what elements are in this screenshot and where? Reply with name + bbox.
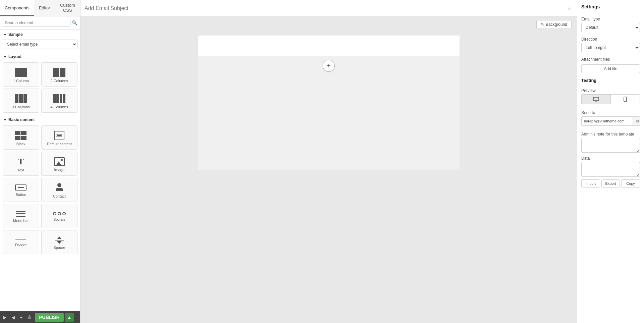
layout-3col[interactable]: 3 Columns <box>3 89 39 113</box>
sample-label: Sample <box>8 32 23 37</box>
email-type-dropdown[interactable]: Default <box>581 23 640 32</box>
email-type-container: Select email type <box>3 40 77 49</box>
publish-button[interactable]: PUBLISH <box>35 313 63 322</box>
send-email-button[interactable]: ✉ <box>633 117 640 125</box>
1col-icon <box>15 68 27 77</box>
background-label: Background <box>546 22 567 27</box>
menu-bar-icon <box>16 211 25 217</box>
canvas-body: + <box>80 32 577 323</box>
preview-label: Preview <box>581 88 640 93</box>
sample-section-header[interactable]: ▼ Sample <box>0 30 80 38</box>
2col-icon <box>53 68 65 77</box>
component-divider[interactable]: Divider <box>3 230 39 254</box>
preview-mobile-button[interactable] <box>610 95 640 104</box>
direction-dropdown[interactable]: Left to right <box>581 43 640 52</box>
1col-label: 1 Column <box>13 79 29 83</box>
default-content-label: Default content <box>47 142 72 146</box>
spacer-icon <box>55 236 64 244</box>
canvas-area: ≡ ✎ Background + <box>80 0 577 323</box>
testing-title: Testing <box>581 78 640 83</box>
preview-desktop-button[interactable] <box>582 95 610 104</box>
contact-icon <box>55 183 64 193</box>
delete-button[interactable]: 🗑 <box>25 314 34 321</box>
mobile-icon <box>624 97 627 102</box>
tab-components[interactable]: Components <box>0 0 34 16</box>
component-block[interactable]: Block <box>3 125 39 150</box>
preview-buttons <box>581 94 640 104</box>
menu-bar-label: Menu bar <box>13 219 29 223</box>
email-row-1 <box>198 36 460 56</box>
add-button[interactable]: + <box>18 314 24 321</box>
layout-1col[interactable]: 1 Column <box>3 62 39 87</box>
svg-point-3 <box>625 101 626 101</box>
send-to-input[interactable] <box>582 117 633 125</box>
subject-input[interactable] <box>85 5 565 11</box>
basic-content-label: Basic content <box>8 117 35 122</box>
data-textarea[interactable] <box>581 162 640 177</box>
bottom-toolbar: ▶ ◀ + 🗑 PUBLISH ▲ <box>0 311 80 323</box>
publish-dropdown-button[interactable]: ▲ <box>65 313 74 322</box>
layout-2col[interactable]: 2 Columns <box>41 62 78 87</box>
email-type-label: Email type <box>581 17 640 21</box>
tabs-header: Components Editor Custom CSS <box>0 0 80 16</box>
search-input[interactable] <box>3 19 70 27</box>
send-to-row: ✉ <box>581 116 640 126</box>
import-button[interactable]: Import <box>581 179 600 187</box>
block-label: Block <box>16 142 25 146</box>
block-icon <box>15 131 26 140</box>
component-text[interactable]: T Text <box>3 152 39 176</box>
component-button[interactable]: Button <box>3 178 39 202</box>
background-button[interactable]: ✎ Background <box>536 20 572 29</box>
layout-4col[interactable]: 4 Columns <box>41 89 78 113</box>
socials-label: Socials <box>53 217 65 221</box>
3col-icon <box>15 94 27 103</box>
button-icon <box>15 184 26 191</box>
search-button[interactable]: 🔍 <box>72 20 77 25</box>
button-label: Button <box>15 193 26 197</box>
direction-label: Direction <box>581 37 640 42</box>
attachment-label: Attachment files <box>581 57 640 62</box>
sample-arrow-icon: ▼ <box>3 33 7 37</box>
component-socials[interactable]: Socials <box>41 204 78 228</box>
background-icon: ✎ <box>541 22 544 27</box>
image-label: Image <box>54 168 64 172</box>
data-label: Data <box>581 156 640 161</box>
settings-title: Settings <box>581 4 640 9</box>
tab-editor[interactable]: Editor <box>34 0 55 16</box>
component-image[interactable]: Image <box>41 152 78 176</box>
add-row-button[interactable]: + <box>323 60 335 72</box>
prev-button[interactable]: ◀ <box>10 314 17 321</box>
email-canvas: + <box>198 36 460 170</box>
4col-label: 4 Columns <box>50 105 68 109</box>
left-panel: Components Editor Custom CSS 🔍 ▼ Sample … <box>0 0 80 323</box>
contact-label: Contact <box>53 194 66 198</box>
subject-menu-button[interactable]: ≡ <box>565 3 573 13</box>
tab-custom-css[interactable]: Custom CSS <box>55 0 80 16</box>
layout-grid: 1 Column 2 Columns 3 Columns 4 Columns <box>0 60 80 115</box>
right-panel: Settings Email type Default Direction Le… <box>577 0 644 323</box>
component-spacer[interactable]: Spacer <box>41 230 78 254</box>
send-to-label: Send to <box>581 110 640 115</box>
panel-content: ▼ Sample Select email type ▼ Layout 1 Co… <box>0 30 80 311</box>
component-menu-bar[interactable]: Menu bar <box>3 204 39 228</box>
layout-section-header[interactable]: ▼ Layout <box>0 52 80 60</box>
component-default-content[interactable]: Default content <box>41 125 78 150</box>
email-type-select[interactable]: Select email type <box>3 40 77 49</box>
socials-icon <box>53 212 66 215</box>
text-icon: T <box>18 157 24 167</box>
desktop-icon <box>593 97 599 102</box>
back-button[interactable]: ▶ <box>1 314 8 321</box>
admin-note-textarea[interactable] <box>581 138 640 153</box>
action-row: Import Export Copy <box>581 179 640 187</box>
export-button[interactable]: Export <box>601 179 620 187</box>
layout-label: Layout <box>8 54 21 59</box>
divider-label: Divider <box>15 243 26 247</box>
add-file-button[interactable]: Add file <box>581 64 640 73</box>
subject-bar: ≡ <box>80 0 577 17</box>
spacer-label: Spacer <box>53 246 65 250</box>
svg-rect-1 <box>595 101 597 102</box>
basic-content-section-header[interactable]: ▼ Basic content <box>0 115 80 123</box>
copy-button[interactable]: Copy <box>621 179 640 187</box>
4col-icon <box>53 94 65 103</box>
component-contact[interactable]: Contact <box>41 178 78 202</box>
